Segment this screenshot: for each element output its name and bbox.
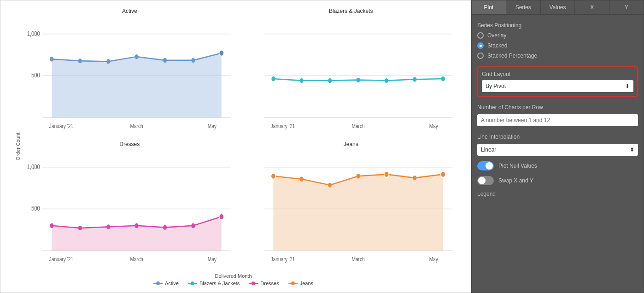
svg-point-33	[50, 223, 53, 228]
tab-x[interactable]: X	[575, 0, 609, 14]
svg-point-20	[328, 78, 332, 83]
svg-point-24	[441, 76, 445, 81]
svg-point-19	[299, 78, 303, 83]
svg-point-52	[440, 171, 445, 177]
svg-point-10	[191, 58, 195, 63]
legend-item-blazers: Blazers & Jackets	[188, 281, 240, 286]
right-panel: Plot Series Values X Y Series Positionin…	[471, 0, 644, 293]
svg-text:May: May	[208, 123, 217, 129]
legend-item-dresses: Dresses	[249, 281, 279, 286]
svg-point-57	[156, 281, 160, 285]
svg-point-49	[356, 174, 360, 178]
chart-active: Active 1,000 500	[19, 5, 240, 138]
series-positioning-label: Series Positioning	[477, 22, 638, 29]
chart-active-inner: 1,000 500 January '21 March	[23, 16, 236, 135]
svg-point-61	[252, 281, 255, 285]
svg-point-59	[191, 281, 194, 285]
svg-text:March: March	[351, 123, 364, 129]
legend-label-dresses: Dresses	[260, 281, 279, 286]
charts-per-row-input[interactable]	[477, 114, 638, 126]
tab-y[interactable]: Y	[609, 0, 644, 14]
svg-point-23	[413, 77, 416, 82]
swap-xy-toggle[interactable]	[477, 176, 494, 185]
chart-area: Order Count Active 1,000 500	[0, 0, 471, 293]
chart-jeans-inner: January '21 March May	[245, 149, 457, 269]
svg-point-37	[163, 225, 167, 229]
plot-null-row: Plot Null Values	[477, 161, 638, 170]
line-interpolation-select[interactable]: Linear Cubic Step	[477, 144, 638, 156]
radio-stacked-pct-label: Stacked Percentage	[487, 53, 537, 59]
svg-point-38	[191, 223, 195, 228]
svg-point-63	[291, 281, 295, 285]
svg-point-35	[106, 224, 110, 229]
svg-point-46	[271, 173, 275, 179]
x-axis-main-label: Delivered Month	[5, 273, 462, 279]
legend: Active Blazers & Jackets Dresses Jeans	[5, 281, 462, 288]
svg-text:March: March	[130, 256, 143, 262]
charts-per-row-section: Number of Charts per Row	[477, 104, 638, 126]
svg-text:500: 500	[31, 205, 40, 212]
radio-stacked-pct[interactable]: Stacked Percentage	[477, 53, 638, 59]
swap-xy-knob	[478, 177, 486, 184]
legend-line-jeans	[288, 281, 298, 286]
legend-item-active: Active	[153, 281, 179, 286]
swap-xy-row: Swap X and Y	[477, 176, 638, 185]
swap-xy-label: Swap X and Y	[498, 177, 533, 184]
panel-content: Series Positioning Overlay Stacked Stack…	[472, 15, 644, 293]
tab-series[interactable]: Series	[506, 0, 541, 14]
chart-jeans-title: Jeans	[344, 141, 358, 147]
svg-text:May: May	[429, 123, 438, 129]
radio-overlay[interactable]: Overlay	[477, 32, 638, 39]
radio-overlay-label: Overlay	[487, 32, 506, 39]
svg-text:May: May	[208, 256, 217, 262]
svg-point-6	[78, 59, 82, 63]
svg-point-51	[413, 176, 416, 180]
chart-blazers: Blazers & Jackets	[240, 5, 462, 138]
svg-point-36	[135, 223, 139, 228]
radio-stacked-circle	[477, 42, 484, 49]
tab-plot[interactable]: Plot	[472, 0, 506, 14]
svg-point-48	[328, 183, 332, 188]
chart-dresses-title: Dresses	[119, 141, 140, 147]
svg-point-34	[78, 226, 82, 230]
svg-text:1,000: 1,000	[27, 29, 40, 37]
radio-stacked-pct-circle	[477, 53, 484, 59]
chart-active-title: Active	[122, 8, 137, 14]
svg-point-22	[384, 78, 388, 83]
svg-text:January '21: January '21	[49, 256, 74, 262]
charts-grid: Active 1,000 500	[19, 5, 462, 271]
charts-per-row-label: Number of Charts per Row	[477, 104, 638, 111]
svg-text:January '21: January '21	[270, 123, 295, 129]
chart-jeans: Jeans	[240, 138, 462, 271]
grid-layout-section: Grid Layout By Pivot Custom Auto ⬍	[477, 66, 638, 97]
svg-text:January '21: January '21	[270, 256, 295, 262]
legend-label-blazers: Blazers & Jackets	[199, 281, 240, 286]
svg-point-5	[50, 57, 53, 61]
grid-layout-label: Grid Layout	[482, 71, 633, 77]
svg-point-7	[106, 59, 110, 64]
panel-tabs: Plot Series Values X Y	[472, 0, 644, 15]
svg-text:500: 500	[31, 71, 40, 79]
legend-section-label: Legend	[477, 191, 638, 197]
plot-null-knob	[486, 162, 493, 170]
radio-stacked[interactable]: Stacked	[477, 42, 638, 49]
chart-dresses-inner: 1,000 500 January '21 March	[23, 149, 236, 269]
svg-text:March: March	[130, 123, 143, 129]
legend-line-blazers	[188, 281, 197, 286]
svg-text:1,000: 1,000	[27, 163, 40, 170]
svg-point-18	[271, 76, 275, 81]
svg-point-39	[219, 214, 224, 220]
legend-line-active	[153, 281, 163, 286]
line-interpolation-select-wrapper: Linear Cubic Step ⬍	[477, 144, 638, 156]
legend-label-active: Active	[165, 281, 179, 286]
grid-layout-select[interactable]: By Pivot Custom Auto	[482, 80, 633, 92]
plot-null-toggle[interactable]	[477, 161, 494, 170]
chart-dresses: Dresses 1,000 500	[19, 138, 240, 271]
legend-line-dresses	[249, 281, 258, 286]
svg-point-11	[219, 50, 224, 56]
radio-stacked-label: Stacked	[487, 42, 507, 49]
chart-blazers-inner: January '21 March May	[245, 16, 457, 135]
tab-values[interactable]: Values	[541, 0, 575, 14]
svg-text:May: May	[429, 256, 438, 262]
legend-label-jeans: Jeans	[300, 281, 313, 286]
